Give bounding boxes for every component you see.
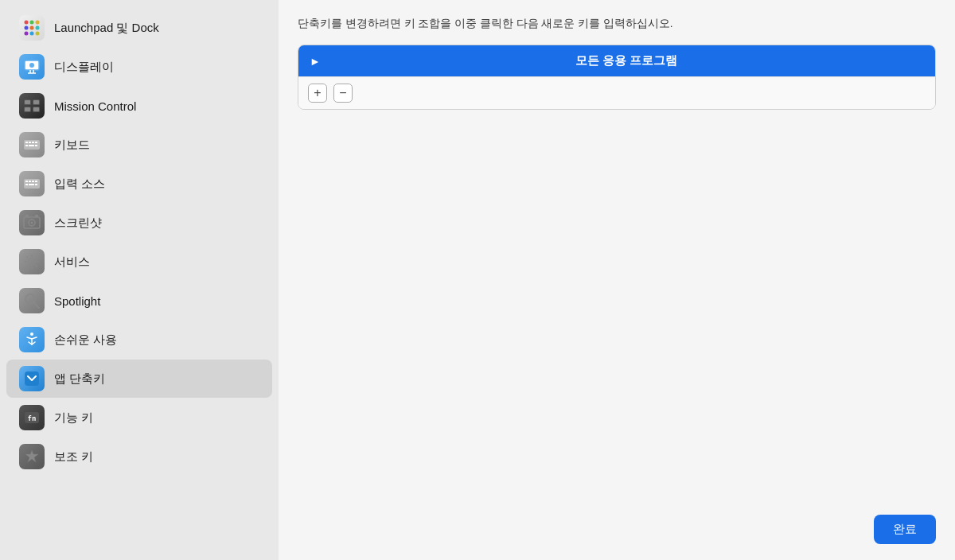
mission-icon [19,93,45,119]
svg-rect-47 [25,371,39,386]
instruction-text: 단축키를 변경하려면 키 조합을 이중 클릭한 다음 새로운 키를 입력하십시오… [298,16,936,32]
svg-point-43 [29,259,35,265]
chevron-right-icon: ► [310,55,321,68]
sidebar-item-accessibility-label: 손쉬운 사용 [54,332,117,348]
svg-point-4 [30,26,34,30]
sidebar-item-support-key-label: 보조 키 [54,449,93,465]
sidebar-item-launchpad[interactable]: Launchpad 및 Dock [6,9,272,47]
svg-rect-33 [32,181,34,182]
svg-point-0 [25,21,29,25]
svg-point-13 [29,63,34,68]
services-icon [19,249,45,274]
svg-rect-41 [25,215,29,217]
svg-rect-28 [29,145,34,146]
sidebar-item-mission-control-label: Mission Control [54,99,136,113]
launchpad-icon [19,15,45,41]
sidebar-item-spotlight-label: Spotlight [54,294,100,308]
svg-point-7 [30,32,34,36]
screenshot-icon [19,210,45,235]
svg-rect-35 [25,184,28,185]
svg-point-1 [30,21,34,25]
sidebar-item-app-shortcuts[interactable]: 앱 단축키 [6,360,272,398]
svg-point-40 [31,222,33,224]
sidebar-item-display[interactable]: 디스플레이 [6,48,272,86]
sidebar-item-keyboard-label: 키보드 [54,138,90,153]
svg-rect-24 [29,142,31,143]
accessibility-icon [19,327,45,352]
svg-rect-29 [35,145,37,146]
svg-rect-23 [25,142,28,143]
fnkey-icon: fn [19,405,45,430]
sidebar-item-services[interactable]: 서비스 [6,243,272,281]
svg-point-2 [36,21,40,25]
sidebar-item-screenshot-label: 스크린샷 [54,216,102,231]
svg-line-45 [34,303,39,308]
svg-text:fn: fn [28,414,37,422]
support-icon [19,444,45,469]
sidebar-item-display-label: 디스플레이 [54,60,114,75]
sidebar-item-spotlight[interactable]: Spotlight [6,282,272,320]
svg-rect-31 [25,181,28,182]
add-shortcut-button[interactable]: + [308,84,327,103]
sidebar-item-launchpad-label: Launchpad 및 Dock [54,21,159,36]
svg-point-8 [36,32,40,36]
sidebar-item-fn-key[interactable]: fn 기능 키 [6,399,272,437]
shortcut-row-label: 모든 응용 프로그램 [329,53,924,68]
svg-point-5 [36,26,40,30]
sidebar-item-services-label: 서비스 [54,255,90,270]
display-icon [19,54,45,80]
svg-point-46 [30,332,33,336]
sidebar-item-keyboard[interactable]: 키보드 [6,126,272,164]
svg-rect-37 [35,184,37,185]
svg-rect-26 [35,142,37,143]
sidebar-item-input-source[interactable]: 입력 소스 [6,165,272,203]
done-button[interactable]: 완료 [874,515,936,544]
svg-rect-20 [25,107,30,111]
svg-rect-42 [35,215,38,217]
sidebar-item-mission-control[interactable]: Mission Control [6,87,272,125]
keyboard-icon [19,132,45,158]
svg-rect-36 [29,184,34,185]
shortcut-table: ► 모든 응용 프로그램 + − [298,45,936,110]
sidebar: Launchpad 및 Dock 디스플레이 [0,0,279,560]
sidebar-item-accessibility[interactable]: 손쉬운 사용 [6,321,272,359]
svg-point-3 [25,26,29,30]
sidebar-item-screenshot[interactable]: 스크린샷 [6,204,272,242]
shortcut-footer: + − [298,76,935,109]
svg-rect-27 [25,145,28,146]
svg-rect-18 [25,100,30,104]
svg-rect-19 [33,100,39,104]
svg-rect-34 [35,181,37,182]
main-content: 단축키를 변경하려면 키 조합을 이중 클릭한 다음 새로운 키를 입력하십시오… [279,0,955,560]
spotlight-icon [19,288,45,313]
svg-rect-25 [32,142,34,143]
svg-rect-32 [29,181,31,182]
input-icon [19,171,45,196]
shortcut-row-all-apps[interactable]: ► 모든 응용 프로그램 [298,45,935,76]
svg-rect-21 [33,107,39,111]
sidebar-item-app-shortcuts-label: 앱 단축키 [54,371,105,387]
remove-shortcut-button[interactable]: − [333,84,353,103]
sidebar-item-support-key[interactable]: 보조 키 [6,438,272,476]
appshortcuts-icon [19,366,45,391]
svg-point-6 [25,32,29,36]
sidebar-item-input-source-label: 입력 소스 [54,177,105,192]
svg-point-44 [25,294,35,304]
sidebar-item-fn-key-label: 기능 키 [54,410,93,426]
